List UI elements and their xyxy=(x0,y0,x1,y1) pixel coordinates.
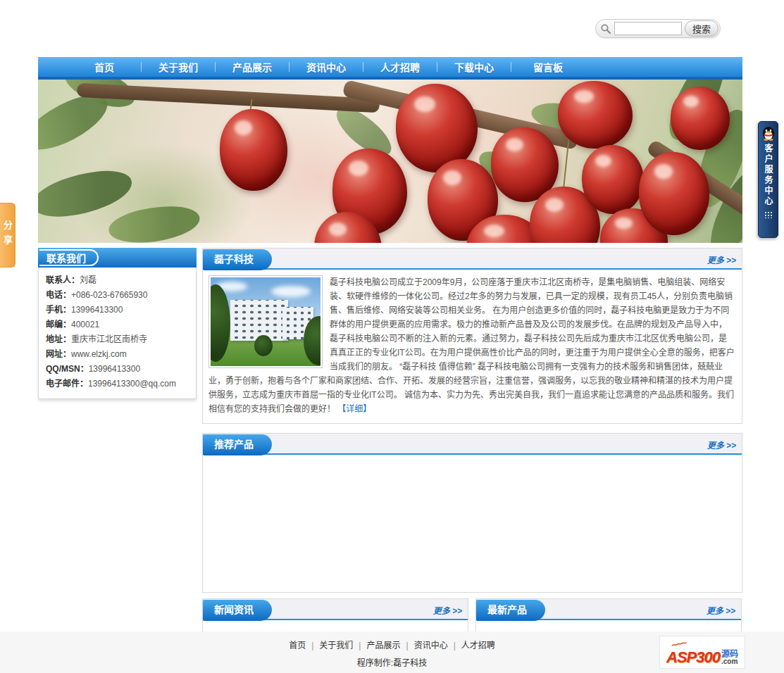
nav-item-about[interactable]: 关于我们 xyxy=(142,60,215,74)
footer-link-news[interactable]: 资讯中心 xyxy=(414,641,448,650)
banner-image xyxy=(38,80,742,243)
recommended-more-link[interactable]: 更多 >> xyxy=(707,439,736,451)
footer-link-products[interactable]: 产品展示 xyxy=(366,641,400,650)
contact-row: 手机：13996413300 xyxy=(46,303,196,317)
contact-row: QQ/MSN：13996413300 xyxy=(46,362,196,377)
about-section-header: 磊子科技 更多 >> xyxy=(203,249,742,270)
main-nav: 首页 关于我们 产品展示 资讯中心 人才招聘 下载中心 留言板 xyxy=(38,57,742,80)
about-more-link[interactable]: 更多 >> xyxy=(707,253,736,265)
contact-title: 联系我们 xyxy=(39,249,99,266)
cherry-graphic xyxy=(671,87,730,150)
search-bar: 搜索 xyxy=(595,19,721,38)
qq-penguin-icon xyxy=(761,125,776,141)
latest-body xyxy=(476,620,741,631)
contact-panel-header: 联系我们 xyxy=(38,248,197,268)
nav-item-downloads[interactable]: 下载中心 xyxy=(437,60,511,74)
nav-item-products[interactable]: 产品展示 xyxy=(216,60,289,74)
latest-section: 最新产品 更多 >> xyxy=(475,598,742,632)
cherry-graphic xyxy=(220,109,287,191)
footer-link-home[interactable]: 首页 xyxy=(289,641,306,650)
contact-row: 联系人：刘磊 xyxy=(46,273,196,288)
share-tab[interactable]: 分享 xyxy=(0,203,15,268)
about-section: 磊子科技 更多 >> 磊子科技电脑公司成立于2009年9月，公司座落于重庆市江 xyxy=(202,248,742,424)
news-body xyxy=(203,620,468,631)
latest-title: 最新产品 xyxy=(476,600,545,621)
search-input[interactable] xyxy=(614,22,682,35)
latest-more-link[interactable]: 更多 >> xyxy=(707,604,735,616)
news-more-link[interactable]: 更多 >> xyxy=(433,604,462,616)
recommended-body xyxy=(203,455,742,592)
about-title: 磊子科技 xyxy=(203,249,272,270)
contact-panel: 联系我们 联系人：刘磊 电话：+086-023-67665930 手机：1399… xyxy=(38,248,197,399)
news-section: 新闻资讯 更多 >> xyxy=(202,598,468,632)
cherry-graphic xyxy=(582,145,644,214)
contact-row: 地址：重庆市江北区南桥寺 xyxy=(46,332,196,347)
contact-row: 电话：+086-023-67665930 xyxy=(46,288,196,303)
service-tab-label: 客户服务中心 xyxy=(762,144,774,207)
nav-item-jobs[interactable]: 人才招聘 xyxy=(363,60,437,74)
asp300-text: ASP300 xyxy=(666,650,720,665)
news-title: 新闻资讯 xyxy=(203,600,272,621)
nav-item-home[interactable]: 首页 xyxy=(68,60,141,74)
footer-link-about[interactable]: 关于我们 xyxy=(319,641,353,650)
about-body: 磊子科技电脑公司成立于2009年9月，公司座落于重庆市江北区南桥寺，是集电脑销售… xyxy=(203,270,742,423)
page: 搜索 首页 关于我们 产品展示 资讯中心 人才招聘 下载中心 留言板 xyxy=(0,0,784,673)
customer-service-tab[interactable]: 客户服务中心 xyxy=(758,121,778,238)
nav-item-guestbook[interactable]: 留言板 xyxy=(511,60,585,74)
asp300-logo[interactable]: ~~~ ASP300 源码 .com xyxy=(659,636,745,669)
latest-section-header: 最新产品 更多 >> xyxy=(476,599,741,620)
news-section-header: 新闻资讯 更多 >> xyxy=(203,599,468,620)
recommended-title: 推荐产品 xyxy=(203,434,272,455)
drag-dots-icon xyxy=(764,211,773,218)
cherry-graphic xyxy=(558,81,633,149)
contact-row: 邮编：400021 xyxy=(46,317,196,332)
nav-item-news[interactable]: 资讯中心 xyxy=(290,60,363,74)
bottom-row: 新闻资讯 更多 >> 最新产品 更多 >> xyxy=(202,598,742,632)
footer-link-jobs[interactable]: 人才招聘 xyxy=(461,641,495,650)
company-photo xyxy=(209,275,323,368)
asp300-com-text: .com xyxy=(721,658,738,665)
search-button[interactable]: 搜索 xyxy=(685,20,718,37)
recommended-section-header: 推荐产品 更多 >> xyxy=(203,434,742,455)
search-icon xyxy=(600,23,611,34)
recommended-section: 推荐产品 更多 >> xyxy=(202,433,742,593)
contact-row: 电子邮件：13996413300@qq.com xyxy=(46,377,196,391)
contact-row: 网址：www.elzkj.com xyxy=(46,347,196,362)
share-tab-label: 分享 xyxy=(1,220,14,250)
main-content: 磊子科技 更多 >> 磊子科技电脑公司成立于2009年9月，公司座落于重庆市江 xyxy=(202,248,742,632)
detail-link[interactable]: 【详细】 xyxy=(337,404,371,414)
cherry-graphic xyxy=(639,152,709,235)
building-graphic xyxy=(230,300,288,341)
